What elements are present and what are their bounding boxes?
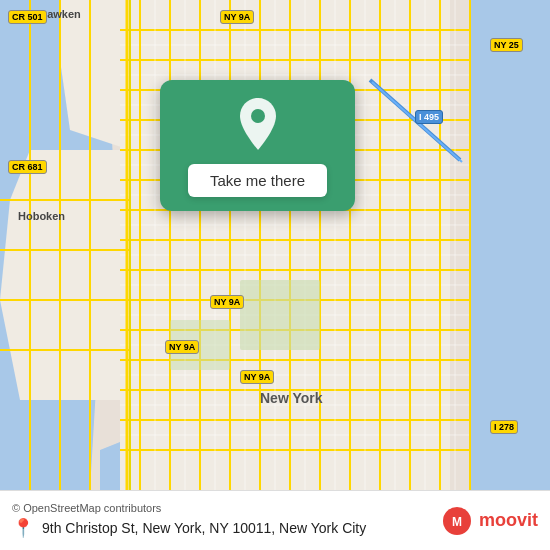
attribution-bar: © OpenStreetMap contributors 📍 9th Chris… xyxy=(0,490,550,550)
address-pin-icon: 📍 xyxy=(12,517,34,539)
route-badge-ny9a-4: NY 9A xyxy=(240,370,274,384)
route-badge-ny9a-3: NY 9A xyxy=(165,340,199,354)
route-badge-ny9a-2: NY 9A xyxy=(210,295,244,309)
map-roads xyxy=(0,0,550,490)
svg-point-65 xyxy=(251,109,265,123)
map-container: Weehawken Hoboken New York CR 501 CR 681… xyxy=(0,0,550,490)
location-pin-icon xyxy=(236,98,280,150)
label-hoboken: Hoboken xyxy=(18,210,65,222)
map-popup: Take me there xyxy=(160,80,355,211)
route-badge-i495: I 495 xyxy=(415,110,443,124)
address-text: 9th Christop St, New York, NY 10011, New… xyxy=(42,520,366,536)
moovit-brand-text: moovit xyxy=(479,510,538,531)
svg-text:M: M xyxy=(452,515,462,529)
route-badge-cr501: CR 501 xyxy=(8,10,47,24)
take-me-there-button[interactable]: Take me there xyxy=(188,164,327,197)
address-row: 📍 9th Christop St, New York, NY 10011, N… xyxy=(12,517,441,539)
route-badge-ny25: NY 25 xyxy=(490,38,523,52)
openstreetmap-attribution: © OpenStreetMap contributors xyxy=(12,502,441,514)
route-badge-ny9a-1: NY 9A xyxy=(220,10,254,24)
popup-card: Take me there xyxy=(160,80,355,211)
route-badge-cr681: CR 681 xyxy=(8,160,47,174)
svg-rect-63 xyxy=(240,280,320,350)
moovit-logo-icon: M xyxy=(441,505,473,537)
moovit-logo: M moovit xyxy=(441,505,538,537)
label-new-york: New York xyxy=(260,390,323,406)
route-badge-i278: I 278 xyxy=(490,420,518,434)
